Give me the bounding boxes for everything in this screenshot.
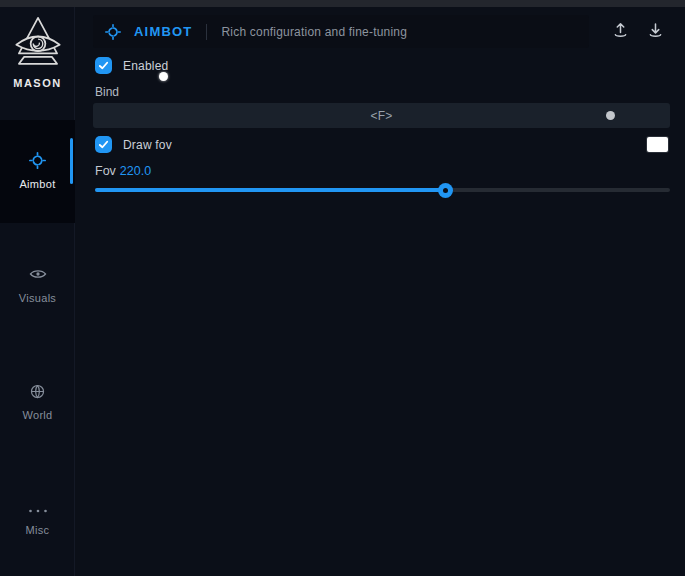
checkbox-checked-icon [95, 136, 112, 153]
fov-slider-label: Fov220.0 [95, 164, 151, 178]
fov-label-text: Fov [95, 164, 116, 178]
section-header: AIMBOT Rich configuration and fine-tunin… [93, 15, 589, 48]
fov-color-swatch[interactable] [647, 137, 668, 152]
bind-label: Bind [95, 85, 119, 99]
download-icon [647, 21, 664, 42]
upload-icon [612, 21, 629, 42]
sidebar-item-misc[interactable]: Misc [0, 493, 75, 543]
page-subtitle: Rich configuration and fine-tuning [221, 25, 407, 39]
page-title: AIMBOT [134, 24, 192, 39]
draw-fov-label: Draw fov [123, 138, 172, 152]
sidebar: MASON Aimbot Visuals [0, 7, 75, 576]
mason-eye-pyramid-icon [12, 15, 64, 75]
checkbox-checked-icon [95, 57, 112, 74]
sidebar-item-visuals[interactable]: Visuals [0, 261, 75, 311]
fov-slider-handle[interactable] [438, 183, 453, 198]
enabled-checkbox[interactable]: Enabled [95, 57, 168, 74]
app-window: MASON Aimbot Visuals [0, 0, 685, 576]
sidebar-item-label: World [22, 409, 52, 421]
sidebar-item-label: Aimbot [19, 178, 55, 190]
brand-name: MASON [13, 77, 61, 89]
bind-key-input[interactable]: <F> [93, 103, 670, 128]
brand-logo: MASON [0, 15, 75, 89]
ellipsis-icon [28, 501, 48, 519]
bind-field-dot [606, 111, 615, 120]
crosshair-icon [105, 24, 121, 40]
globe-icon [29, 383, 46, 404]
crosshair-icon [29, 152, 46, 173]
bind-key-value: <F> [370, 109, 392, 123]
enabled-label: Enabled [123, 59, 168, 73]
active-tab-indicator [70, 138, 73, 184]
fov-slider[interactable] [95, 182, 670, 198]
fov-value: 220.0 [120, 164, 151, 178]
eye-icon [29, 265, 47, 287]
import-config-button[interactable] [642, 18, 668, 44]
mouse-cursor-dot [159, 72, 168, 81]
sidebar-item-label: Misc [26, 524, 50, 536]
fov-slider-fill [95, 188, 446, 192]
draw-fov-checkbox[interactable]: Draw fov [95, 136, 172, 153]
header-divider [206, 24, 207, 40]
sidebar-item-world[interactable]: World [0, 379, 75, 429]
sidebar-item-aimbot[interactable]: Aimbot [0, 120, 75, 223]
export-config-button[interactable] [607, 18, 633, 44]
sidebar-item-label: Visuals [19, 292, 56, 304]
window-top-edge [0, 0, 685, 7]
